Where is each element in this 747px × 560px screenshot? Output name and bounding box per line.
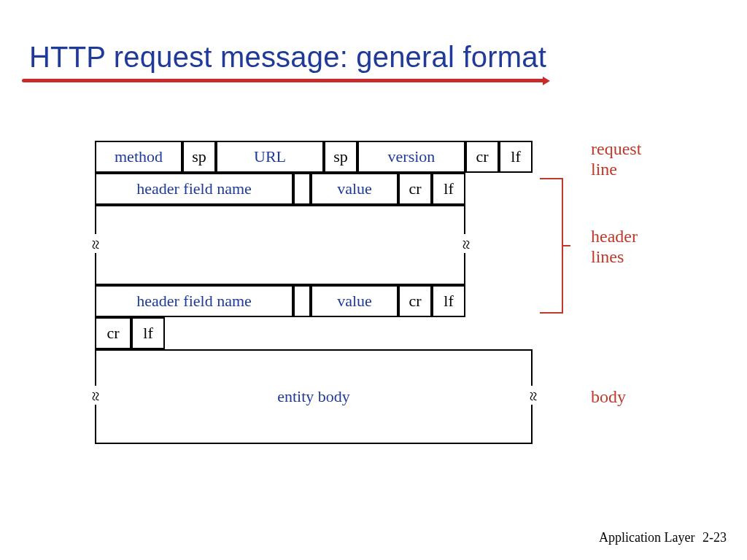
approx-body-left-icon: ≈ (93, 386, 98, 405)
cell-url: URL (216, 141, 324, 173)
cell-header2-name: header field name (95, 285, 293, 317)
ann-body: body (591, 386, 626, 407)
cell-blank-cr: cr (95, 317, 131, 349)
cell-colon2 (293, 285, 311, 317)
cell-blank-lf: lf (131, 317, 165, 349)
slide-footer: Application Layer 2-23 (599, 530, 727, 545)
cell-method: method (95, 141, 182, 173)
cell-header1-lf: lf (432, 173, 465, 205)
footer-page: 2-23 (703, 530, 727, 545)
cell-header1-value: value (311, 173, 398, 205)
cell-sp1: sp (182, 141, 216, 173)
footer-label: Application Layer (599, 530, 694, 545)
title-underline-icon (22, 79, 547, 82)
approx-right-icon: ≈ (463, 234, 469, 253)
slide-title: HTTP request message: general format (29, 41, 546, 74)
cell-cr1: cr (465, 141, 499, 173)
cell-header1-cr: cr (398, 173, 432, 205)
cell-entity-body: entity body (95, 349, 533, 444)
header-ellipsis-box (95, 205, 465, 285)
ann-header-lines: header lines (591, 226, 638, 267)
cell-lf1: lf (499, 141, 533, 173)
approx-left-icon: ≈ (93, 234, 98, 253)
cell-header2-value: value (311, 285, 398, 317)
cell-header2-lf: lf (432, 285, 465, 317)
cell-sp2: sp (324, 141, 357, 173)
ann-request-line: request line (591, 139, 641, 179)
cell-header2-cr: cr (398, 285, 432, 317)
approx-body-right-icon: ≈ (530, 386, 536, 405)
bracket-header-lines-icon (547, 178, 563, 314)
cell-colon1 (293, 173, 311, 205)
cell-version: version (357, 141, 465, 173)
cell-header1-name: header field name (95, 173, 293, 205)
